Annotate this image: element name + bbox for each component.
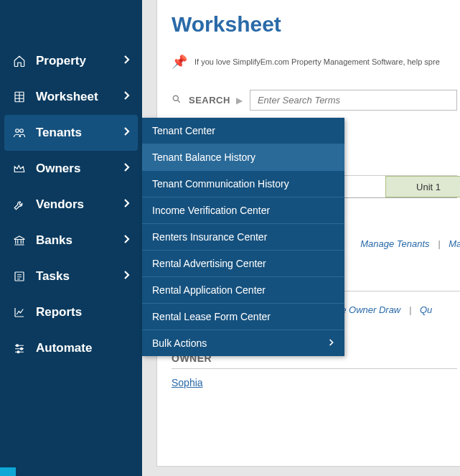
submenu-rental-application[interactable]: Rental Application Center — [142, 277, 344, 304]
people-icon — [11, 126, 27, 139]
separator: | — [438, 238, 440, 249]
submenu-income-verification[interactable]: Income Verification Center — [142, 197, 344, 224]
submenu-label: Rental Lease Form Center — [152, 311, 271, 322]
crown-icon — [11, 162, 27, 175]
sidebar-item-banks[interactable]: Banks — [0, 223, 142, 258]
sidebar-item-label: Property — [36, 54, 86, 68]
home-icon — [11, 55, 27, 67]
sheet-icon — [11, 90, 27, 103]
submenu-tenant-communication-history[interactable]: Tenant Communication History — [142, 171, 344, 197]
sidebar-item-tenants[interactable]: Tenants — [4, 115, 138, 151]
search-label: SEARCH — [189, 95, 230, 106]
svg-point-2 — [20, 129, 24, 133]
submenu-bulk-actions[interactable]: Bulk Actions — [142, 330, 344, 356]
svg-point-6 — [17, 351, 19, 353]
promo-text: If you love SimplifyEm.com Property Mana… — [194, 57, 440, 66]
sliders-icon — [11, 342, 27, 355]
sidebar-item-label: Worksheet — [36, 90, 98, 104]
submenu-rental-advertising[interactable]: Rental Advertising Center — [142, 251, 344, 277]
submenu-label: Renters Insurance Center — [152, 231, 267, 243]
sidebar-item-property[interactable]: Property — [0, 43, 142, 79]
owner-name-link[interactable]: Sophia — [172, 377, 203, 388]
sidebar-item-reports[interactable]: Reports — [0, 294, 142, 330]
submenu-label: Bulk Actions — [152, 337, 207, 349]
chevron-right-icon — [123, 126, 131, 140]
chart-icon — [11, 306, 27, 319]
search-input[interactable] — [250, 90, 457, 111]
submenu-tenant-balance-history[interactable]: Tenant Balance History — [142, 144, 344, 171]
manage-tenants-link[interactable]: Manage Tenants — [360, 238, 429, 249]
svg-point-1 — [16, 129, 19, 133]
sidebar-item-label: Automate — [36, 341, 92, 355]
sidebar-item-owners[interactable]: Owners — [0, 151, 142, 187]
pin-icon: 📌 — [172, 54, 187, 70]
sidebar-item-tasks[interactable]: Tasks — [0, 258, 142, 294]
submenu-label: Income Verification Center — [152, 205, 270, 216]
chevron-right-icon — [123, 90, 131, 104]
chevron-right-icon — [123, 269, 131, 284]
chevron-right-icon — [123, 162, 131, 176]
bottom-indicator — [0, 467, 16, 476]
submenu-renters-insurance[interactable]: Renters Insurance Center — [142, 224, 344, 251]
promo-banner: 📌 If you love SimplifyEm.com Property Ma… — [172, 54, 457, 70]
quick-link[interactable]: Qu — [420, 304, 432, 315]
sidebar-item-label: Banks — [36, 233, 72, 248]
search-icon — [172, 94, 182, 106]
wrench-icon — [11, 198, 27, 211]
tenants-submenu: Tenant Center Tenant Balance History Ten… — [142, 118, 344, 356]
submenu-tenant-center[interactable]: Tenant Center — [142, 118, 344, 144]
sidebar-item-label: Tasks — [36, 269, 70, 284]
tab-unit-1[interactable]: Unit 1 — [385, 176, 460, 197]
bank-icon — [11, 234, 27, 247]
chevron-right-icon — [123, 197, 131, 212]
sidebar: Property Worksheet Tenants Owners — [0, 0, 142, 476]
sidebar-item-label: Reports — [36, 305, 82, 319]
svg-point-7 — [173, 95, 178, 101]
submenu-label: Rental Advertising Center — [152, 258, 266, 269]
page-title: Worksheet — [172, 12, 457, 37]
svg-point-4 — [17, 345, 19, 347]
submenu-label: Tenant Communication History — [152, 178, 289, 190]
submenu-label: Rental Application Center — [152, 284, 266, 296]
sidebar-item-label: Vendors — [36, 197, 84, 212]
search-bar: SEARCH ▶ — [172, 90, 457, 111]
sidebar-item-label: Tenants — [36, 126, 82, 140]
submenu-rental-lease-form[interactable]: Rental Lease Form Center — [142, 304, 344, 330]
chevron-right-icon — [123, 54, 131, 68]
chevron-right-icon — [329, 337, 334, 349]
sidebar-item-vendors[interactable]: Vendors — [0, 187, 142, 223]
list-icon — [11, 270, 27, 283]
submenu-label: Tenant Balance History — [152, 151, 255, 163]
chevron-right-icon — [123, 233, 131, 248]
separator: | — [409, 304, 411, 315]
owner-section: OWNER Sophia — [172, 353, 457, 389]
sidebar-item-worksheet[interactable]: Worksheet — [0, 79, 142, 115]
arrow-right-icon: ▶ — [236, 95, 243, 106]
make-link[interactable]: Make — [449, 238, 460, 249]
sidebar-item-automate[interactable]: Automate — [0, 330, 142, 366]
sidebar-item-label: Owners — [36, 162, 80, 176]
submenu-label: Tenant Center — [152, 125, 215, 136]
svg-point-5 — [21, 347, 23, 350]
